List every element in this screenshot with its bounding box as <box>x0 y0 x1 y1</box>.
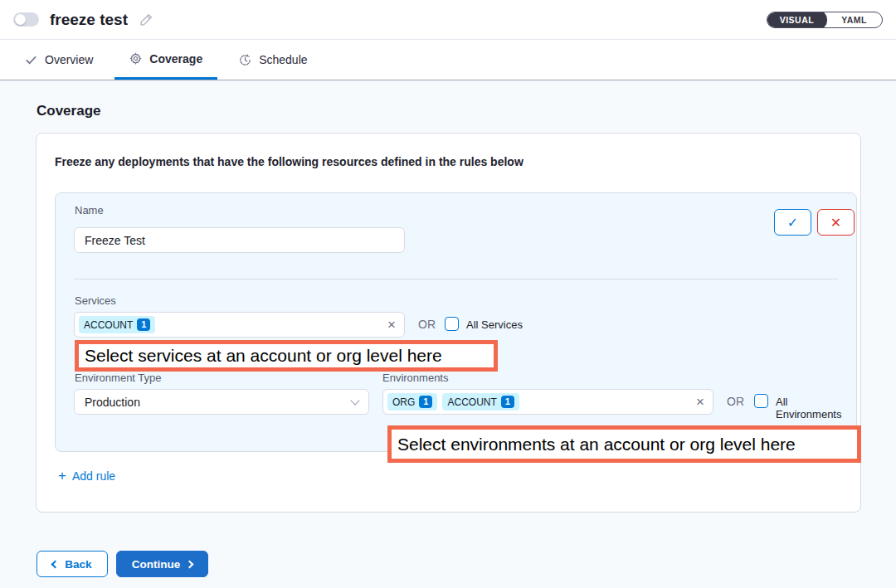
delete-rule-button[interactable]: ✕ <box>817 209 855 236</box>
environment-tag-org: ORG 1 <box>387 393 437 411</box>
environment-tag-org-text: ORG <box>392 396 415 408</box>
environment-tag-account-text: ACCOUNT <box>447 396 496 408</box>
environment-type-value: Production <box>85 396 140 409</box>
environment-type-label: Environment Type <box>75 372 162 384</box>
back-button[interactable]: Back <box>37 551 108 577</box>
environments-label: Environments <box>382 372 448 384</box>
chevron-down-icon <box>350 396 359 405</box>
yaml-option[interactable]: YAML <box>826 12 882 28</box>
visual-yaml-toggle: VISUAL YAML <box>767 12 883 28</box>
services-or-label: OR <box>418 318 436 331</box>
clock-icon <box>239 54 251 66</box>
all-environments-label: All Environments <box>776 396 856 420</box>
freeze-enabled-toggle[interactable] <box>13 12 39 27</box>
chevron-right-icon <box>186 560 194 568</box>
services-label: Services <box>75 294 116 307</box>
tab-schedule[interactable]: Schedule <box>239 40 307 80</box>
tab-overview[interactable]: Overview <box>25 40 93 80</box>
name-input[interactable] <box>74 227 405 253</box>
environment-tag-org-count: 1 <box>419 396 432 408</box>
services-annotation: Select services at an account or org lev… <box>75 340 498 372</box>
check-icon <box>25 54 37 66</box>
environments-multiselect[interactable]: ORG 1 ACCOUNT 1 × <box>382 389 713 415</box>
continue-button[interactable]: Continue <box>116 551 208 577</box>
freeze-studio-page: freeze test VISUAL YAML Overview <box>0 0 896 588</box>
name-label: Name <box>75 204 104 216</box>
environment-tag-account: ACCOUNT 1 <box>442 393 519 411</box>
section-heading: Coverage <box>37 103 100 119</box>
check-icon: ✓ <box>787 215 798 231</box>
card-title: Freeze any deployments that have the fol… <box>55 155 523 168</box>
page-title: freeze test <box>50 11 128 29</box>
service-tag-text: ACCOUNT <box>84 319 133 331</box>
confirm-rule-button[interactable]: ✓ <box>774 209 811 236</box>
tab-bar: Overview Coverage Schedule <box>0 40 896 80</box>
edit-title-icon[interactable] <box>139 12 153 27</box>
header: freeze test VISUAL YAML <box>0 0 896 40</box>
service-tag: ACCOUNT 1 <box>79 316 155 333</box>
environments-or-label: OR <box>727 395 744 408</box>
environment-type-select[interactable]: Production <box>74 389 369 415</box>
add-rule-label: Add rule <box>72 469 115 483</box>
divider <box>74 279 838 279</box>
all-environments-checkbox[interactable] <box>754 394 768 408</box>
add-rule-button[interactable]: + Add rule <box>58 469 115 483</box>
chevron-left-icon <box>51 560 60 568</box>
environments-annotation: Select environments at an account or org… <box>387 425 861 463</box>
plus-icon: + <box>58 469 66 483</box>
service-tag-count: 1 <box>137 318 150 331</box>
visual-option[interactable]: VISUAL <box>767 12 828 28</box>
rule-panel: Name ✓ ✕ Services ACCOUNT 1 × <box>55 192 857 452</box>
close-icon: ✕ <box>830 215 841 231</box>
tab-overview-label: Overview <box>45 53 93 66</box>
content-area: Coverage Freeze any deployments that hav… <box>0 80 896 588</box>
coverage-card: Freeze any deployments that have the fol… <box>36 133 861 513</box>
services-multiselect[interactable]: ACCOUNT 1 × <box>74 312 405 338</box>
tab-coverage-label: Coverage <box>149 52 202 66</box>
toggle-knob <box>15 14 26 25</box>
services-clear-icon[interactable]: × <box>387 318 396 332</box>
tab-coverage[interactable]: Coverage <box>114 40 217 80</box>
tab-schedule-label: Schedule <box>259 53 307 66</box>
all-services-label: All Services <box>466 318 523 331</box>
environment-tag-account-count: 1 <box>501 396 514 408</box>
environments-clear-icon[interactable]: × <box>696 395 704 409</box>
continue-label: Continue <box>132 558 181 571</box>
all-services-checkbox[interactable] <box>445 317 459 331</box>
back-label: Back <box>65 558 91 571</box>
gear-icon <box>129 52 142 65</box>
